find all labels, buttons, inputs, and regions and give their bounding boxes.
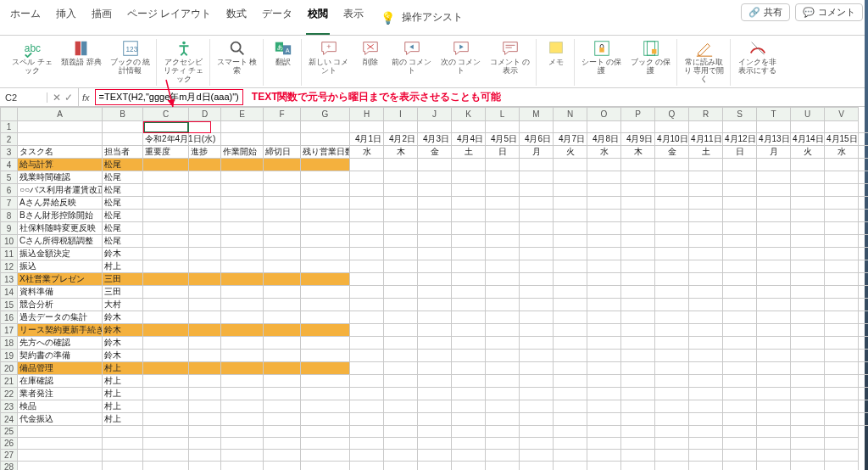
cell[interactable]: [791, 171, 825, 184]
cell[interactable]: [825, 248, 859, 260]
cell[interactable]: [189, 375, 221, 388]
task-cell[interactable]: 検品: [18, 400, 103, 413]
cell[interactable]: [301, 426, 350, 438]
always-readonly-button[interactable]: 常に読み取り 専用で開く: [684, 39, 725, 84]
cell[interactable]: [384, 273, 418, 286]
cell[interactable]: [384, 350, 418, 362]
cell[interactable]: [859, 184, 869, 197]
tell-me[interactable]: 💡操作アシスト: [377, 3, 466, 35]
cell[interactable]: [859, 324, 869, 337]
cell[interactable]: [757, 324, 791, 337]
cell[interactable]: [452, 350, 486, 362]
cell[interactable]: [264, 462, 301, 471]
cell[interactable]: [554, 273, 587, 286]
spellcheck-button[interactable]: abcスペル チェック: [12, 39, 53, 76]
cell[interactable]: [221, 413, 264, 426]
cell[interactable]: [520, 375, 554, 388]
cell[interactable]: [221, 375, 264, 388]
cell[interactable]: [791, 184, 825, 197]
cell[interactable]: [189, 171, 221, 184]
cell[interactable]: [689, 388, 723, 400]
cell[interactable]: [301, 210, 350, 222]
task-cell[interactable]: X社営業プレゼン: [18, 273, 103, 286]
cell[interactable]: [301, 159, 350, 171]
task-cell[interactable]: 競合分析: [18, 299, 103, 311]
weekday-cell[interactable]: 土: [452, 146, 486, 159]
weekday-cell[interactable]: 日: [723, 146, 757, 159]
tab-view[interactable]: 表示: [342, 3, 365, 35]
cell[interactable]: [301, 350, 350, 362]
cell[interactable]: [723, 235, 757, 248]
cell[interactable]: [520, 362, 554, 375]
cell[interactable]: [520, 337, 554, 350]
cell[interactable]: [384, 159, 418, 171]
row-header[interactable]: 23: [1, 400, 18, 413]
col-header-C[interactable]: C: [143, 108, 189, 121]
cell[interactable]: [418, 438, 452, 450]
col-header-M[interactable]: M: [520, 108, 554, 121]
cell[interactable]: [221, 171, 264, 184]
cell[interactable]: [621, 350, 655, 362]
cell[interactable]: [18, 426, 103, 438]
cell[interactable]: [689, 324, 723, 337]
cell[interactable]: [859, 171, 869, 184]
cell[interactable]: [452, 171, 486, 184]
cell[interactable]: [264, 426, 301, 438]
cell[interactable]: [689, 273, 723, 286]
cell[interactable]: [452, 286, 486, 299]
owner-cell[interactable]: 三田: [103, 273, 143, 286]
weekday-cell[interactable]: 木: [859, 146, 869, 159]
cell[interactable]: [554, 311, 587, 324]
cell[interactable]: [520, 159, 554, 171]
cell[interactable]: [264, 350, 301, 362]
cell[interactable]: [452, 159, 486, 171]
cell[interactable]: [221, 438, 264, 450]
cell[interactable]: [143, 121, 189, 133]
cell[interactable]: [221, 426, 264, 438]
owner-cell[interactable]: 村上: [103, 388, 143, 400]
cell[interactable]: [350, 337, 384, 350]
cell[interactable]: [143, 222, 189, 235]
date-cell[interactable]: 4月3日: [418, 133, 452, 146]
cell[interactable]: [554, 299, 587, 311]
cell[interactable]: [757, 299, 791, 311]
cell[interactable]: [143, 375, 189, 388]
cell[interactable]: [350, 413, 384, 426]
cell[interactable]: [520, 235, 554, 248]
cell[interactable]: [554, 438, 587, 450]
cell[interactable]: [221, 362, 264, 375]
cell[interactable]: [301, 388, 350, 400]
cell[interactable]: [520, 248, 554, 260]
cell[interactable]: [621, 299, 655, 311]
row-header[interactable]: 5: [1, 171, 18, 184]
cell[interactable]: [723, 210, 757, 222]
owner-cell[interactable]: 三田: [103, 286, 143, 299]
cell[interactable]: [689, 184, 723, 197]
cell[interactable]: [689, 286, 723, 299]
cell[interactable]: [384, 311, 418, 324]
cell[interactable]: [189, 210, 221, 222]
cell[interactable]: [143, 210, 189, 222]
row-header[interactable]: 11: [1, 248, 18, 260]
row-header[interactable]: 6: [1, 184, 18, 197]
cell[interactable]: [418, 375, 452, 388]
cell[interactable]: [486, 375, 520, 388]
cell[interactable]: [520, 400, 554, 413]
cell[interactable]: [689, 362, 723, 375]
weekday-cell[interactable]: 月: [520, 146, 554, 159]
col-header-I[interactable]: I: [384, 108, 418, 121]
cell[interactable]: [301, 450, 350, 462]
cell[interactable]: [655, 171, 689, 184]
header-prio[interactable]: 重要度: [143, 146, 189, 159]
cell[interactable]: [859, 248, 869, 260]
cell[interactable]: [621, 286, 655, 299]
cell[interactable]: [384, 375, 418, 388]
cell[interactable]: [384, 184, 418, 197]
col-header-G[interactable]: G: [301, 108, 350, 121]
cell[interactable]: [655, 248, 689, 260]
cell[interactable]: [791, 222, 825, 235]
date-cell[interactable]: 4月4日: [452, 133, 486, 146]
cell[interactable]: [554, 400, 587, 413]
cell[interactable]: [18, 121, 103, 133]
cell[interactable]: [723, 286, 757, 299]
